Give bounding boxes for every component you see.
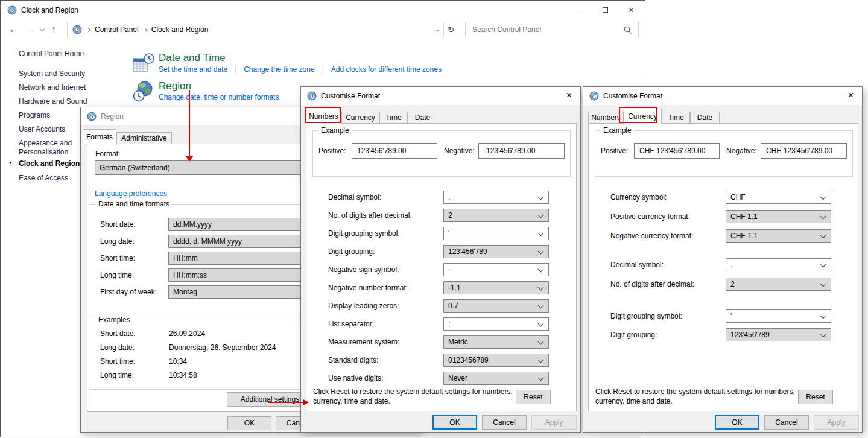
chevron-down-icon (538, 267, 544, 273)
cancel-button[interactable]: Cancel (482, 415, 527, 430)
native-digits-label: Use native digits: (328, 374, 383, 382)
positive-example-field[interactable] (634, 143, 720, 159)
close-icon[interactable]: × (848, 90, 854, 100)
link-set-time-and-date[interactable]: Set the time and date (159, 65, 227, 74)
first-day-label: First day of week: (100, 288, 157, 296)
digit-grouping-combo[interactable]: 123'456'789 (443, 245, 549, 258)
recent-pages-chevron-icon[interactable] (40, 27, 45, 31)
digits-after-decimal-combo[interactable]: 2 (443, 209, 549, 222)
clock-region-icon (7, 5, 17, 15)
maximize-button[interactable] (592, 1, 619, 19)
language-preferences-link[interactable]: Language preferences (95, 189, 167, 198)
globe-clock-icon (87, 112, 97, 121)
search-input[interactable] (466, 22, 621, 37)
region-links: Change date, time or number formats (159, 93, 279, 101)
example-short-date-label: Short date: (100, 329, 136, 338)
chevron-down-icon (538, 375, 544, 381)
negative-example-field[interactable] (761, 143, 847, 159)
close-icon: × (629, 5, 634, 15)
positive-currency-format-label: Positive currency format: (610, 212, 690, 221)
sidebar-item-network-and-internet[interactable]: Network and Internet (19, 83, 86, 92)
reset-button[interactable]: Reset (798, 390, 833, 404)
sidebar-item-user-accounts[interactable]: User Accounts (19, 125, 65, 133)
region-heading[interactable]: Region (159, 80, 191, 92)
negative-format-combo[interactable]: -1.1 (443, 281, 549, 294)
decimal-symbol-combo[interactable]: . (726, 258, 831, 271)
digits-after-decimal-combo[interactable]: 2 (726, 278, 831, 291)
dialog-title: Customise Format (321, 92, 380, 100)
sidebar-item-clock-and-region[interactable]: ●Clock and Region (19, 159, 80, 168)
decimal-symbol-label: Decimal symbol: (610, 261, 664, 269)
reset-button[interactable]: Reset (516, 390, 551, 404)
native-digits-combo[interactable]: Never (443, 372, 549, 385)
measurement-system-label: Measurement system: (328, 338, 399, 346)
example-group-title: Example (601, 126, 634, 135)
sidebar-item-ease-of-access[interactable]: Ease of Access (19, 174, 68, 182)
negative-sign-combo[interactable]: - (443, 263, 549, 276)
refresh-button[interactable]: ↻ (444, 22, 458, 37)
tab-time[interactable]: Time (379, 112, 408, 124)
customise-format-numbers-dialog: Customise Format × Numbers Currency Time… (300, 86, 581, 433)
negative-currency-format-label: Negative currency format: (610, 232, 693, 240)
example-short-date-value: 26.09.2024 (169, 329, 205, 338)
tab-time[interactable]: Time (662, 112, 690, 124)
grouping-symbol-combo[interactable]: ' (443, 227, 549, 240)
sidebar-item-system-and-security[interactable]: System and Security (19, 69, 85, 78)
back-icon[interactable]: ← (9, 22, 19, 37)
search-box (465, 22, 639, 37)
negative-example-field[interactable] (478, 143, 565, 159)
negative-sign-label: Negative sign symbol: (328, 265, 399, 274)
datetime-group-title: Date and time formats (96, 200, 172, 208)
standard-digits-combo[interactable]: 0123456789 (443, 354, 549, 367)
sidebar-item-programs[interactable]: Programs (19, 111, 50, 119)
chevron-down-icon (820, 332, 826, 338)
region-ok-button[interactable]: OK (227, 416, 271, 430)
chevron-down-icon (538, 194, 544, 200)
grouping-symbol-combo[interactable]: ' (726, 309, 831, 323)
example-long-time-label: Long time: (100, 371, 134, 379)
list-separator-combo[interactable]: ; (443, 317, 549, 331)
ok-button[interactable]: OK (432, 415, 477, 430)
address-chevron-down-icon[interactable] (435, 27, 439, 31)
up-icon[interactable]: ↑ (51, 22, 56, 37)
chevron-down-icon (820, 214, 826, 220)
chevron-down-icon (820, 313, 826, 319)
sidebar-item-hardware-and-sound[interactable]: Hardware and Sound (19, 97, 87, 106)
tab-date[interactable]: Date (690, 112, 720, 124)
navigation-toolbar: ← → ↑ Control Panel Clock and Region (1, 20, 645, 39)
measurement-system-combo[interactable]: Metric (443, 335, 549, 349)
negative-format-label: Negative number format: (328, 284, 408, 292)
chevron-down-icon (820, 262, 826, 268)
breadcrumb-control-panel[interactable]: Control Panel (95, 25, 139, 34)
chevron-down-icon (538, 285, 544, 291)
decimal-symbol-combo[interactable]: . (443, 191, 549, 204)
leading-zeros-combo[interactable]: 0.7 (443, 299, 549, 313)
close-button[interactable]: × (618, 1, 645, 19)
address-bar[interactable]: Control Panel Clock and Region (67, 22, 444, 37)
tab-formats[interactable]: Formats (83, 129, 116, 144)
link-add-clocks[interactable]: Add clocks for different time zones (331, 65, 442, 74)
cancel-button[interactable]: Cancel (764, 415, 809, 430)
date-time-heading[interactable]: Date and Time (159, 52, 226, 64)
digit-grouping-combo[interactable]: 123'456'789 (726, 328, 831, 341)
tab-date[interactable]: Date (408, 112, 437, 124)
currency-symbol-combo[interactable]: CHF (726, 191, 831, 204)
maximize-icon (603, 7, 608, 13)
positive-currency-format-combo[interactable]: CHF 1.1 (726, 210, 831, 223)
tab-currency[interactable]: Currency (341, 112, 379, 124)
link-change-time-zone[interactable]: Change the time zone (244, 65, 314, 74)
ok-button[interactable]: OK (715, 415, 759, 430)
minimize-button[interactable] (565, 1, 592, 19)
sidebar-item-home[interactable]: Control Panel Home (19, 49, 84, 58)
link-change-formats[interactable]: Change date, time or number formats (159, 93, 279, 101)
positive-example-field[interactable] (352, 143, 437, 159)
chevron-down-icon (820, 233, 826, 239)
tab-administrative[interactable]: Administrative (116, 132, 172, 144)
breadcrumb-icon (72, 25, 82, 34)
positive-label: Positive: (318, 147, 346, 155)
minimize-icon (575, 10, 581, 10)
chevron-down-icon (538, 230, 544, 236)
breadcrumb-clock-and-region[interactable]: Clock and Region (151, 25, 209, 34)
negative-currency-format-combo[interactable]: CHF-1.1 (726, 229, 831, 243)
close-icon[interactable]: × (566, 90, 572, 100)
